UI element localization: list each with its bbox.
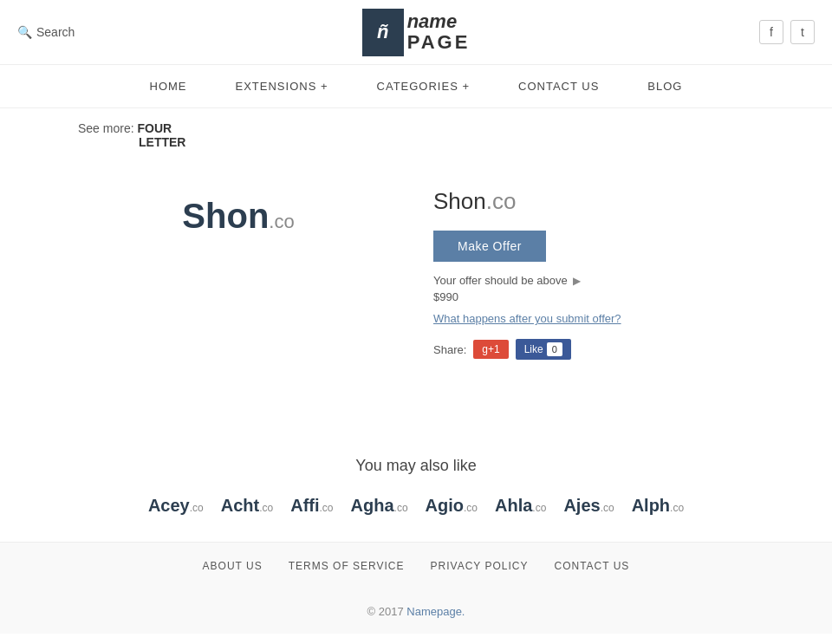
make-offer-button[interactable]: Make Offer — [433, 231, 546, 262]
share-row: Share: g+1 Like 0 — [433, 339, 754, 360]
domain-card[interactable]: Acht.co — [221, 496, 273, 516]
search-label: Search — [36, 25, 75, 39]
footer-privacy[interactable]: PRIVACY POLICY — [431, 560, 529, 572]
domain-card[interactable]: Ajes.co — [563, 496, 614, 516]
domain-card-name: Alph — [632, 496, 670, 515]
breadcrumb-link-letter[interactable]: LETTER — [78, 135, 185, 149]
footer-copyright: © 2017 Namepage. — [0, 589, 832, 634]
domain-card-name: Acey — [148, 496, 190, 515]
nav-home[interactable]: HOME — [126, 68, 211, 105]
logo-icon: ñ — [377, 21, 388, 43]
nav-contact[interactable]: CONTACT US — [494, 68, 623, 105]
domain-card-name: Agio — [426, 496, 464, 515]
main-content: Shon.co Shon.co Make Offer Your offer sh… — [0, 162, 832, 439]
brand-link[interactable]: Namepage. — [406, 605, 465, 618]
header: 🔍 Search ñ name PAGE f t — [0, 0, 832, 65]
search-button[interactable]: 🔍 Search — [17, 25, 75, 39]
nav-categories[interactable]: CATEGORIES + — [353, 68, 494, 105]
facebook-icon[interactable]: f — [759, 20, 783, 44]
navigation: HOME EXTENSIONS + CATEGORIES + CONTACT U… — [0, 65, 832, 108]
footer-about[interactable]: ABOUT US — [203, 560, 263, 572]
offer-hint-text: Your offer should be above — [433, 274, 568, 287]
also-like-title: You may also like — [35, 457, 797, 475]
domain-card[interactable]: Agio.co — [426, 496, 478, 516]
domain-card-name: Acht — [221, 496, 259, 515]
what-happens-link[interactable]: What happens after you submit offer? — [433, 312, 754, 325]
like-count: 0 — [547, 342, 562, 356]
footer-links: ABOUT US TERMS OF SERVICE PRIVACY POLICY… — [0, 542, 832, 589]
domain-card-name: Agha — [351, 496, 394, 515]
logo-page: PAGE — [407, 32, 471, 53]
offer-amount: $990 — [433, 290, 754, 303]
logo-text: name PAGE — [407, 11, 471, 53]
breadcrumb-prefix: See more: — [78, 121, 134, 135]
footer-terms[interactable]: TERMS OF SERVICE — [289, 560, 405, 572]
domain-title-tld: .co — [486, 188, 517, 214]
domain-card-tld: .co — [190, 502, 204, 514]
breadcrumb-link-four[interactable]: FOUR — [137, 121, 172, 135]
domain-card-tld: .co — [464, 502, 478, 514]
facebook-like-button[interactable]: Like 0 — [516, 339, 571, 360]
breadcrumb: See more: FOUR LETTER — [0, 108, 832, 162]
domain-card-name: Affi — [290, 496, 319, 515]
copyright-year: © 2017 — [367, 605, 404, 618]
domain-card[interactable]: Ahla.co — [495, 496, 546, 516]
share-label: Share: — [433, 343, 466, 356]
logo-name: name — [407, 11, 471, 32]
domain-logo-display: Shon.co — [182, 197, 294, 236]
domain-card[interactable]: Acey.co — [148, 496, 204, 516]
logo-icon-box: ñ — [362, 9, 404, 56]
domain-logo-area: Shon.co — [78, 179, 399, 422]
domain-logo-tld: .co — [269, 211, 294, 232]
domain-card-name: Ajes — [563, 496, 600, 515]
logo[interactable]: ñ name PAGE — [362, 9, 471, 56]
search-icon: 🔍 — [17, 25, 32, 39]
domain-info: Shon.co Make Offer Your offer should be … — [433, 179, 754, 422]
domain-title: Shon.co — [433, 188, 754, 215]
domain-list: Acey.coAcht.coAffi.coAgha.coAgio.coAhla.… — [35, 496, 797, 516]
nav-extensions[interactable]: EXTENSIONS + — [211, 68, 353, 105]
offer-hint: Your offer should be above ▶ — [433, 274, 754, 287]
domain-logo-name: Shon — [182, 197, 269, 235]
domain-card-tld: .co — [601, 502, 614, 514]
google-plus-button[interactable]: g+1 — [473, 340, 508, 359]
footer-contact[interactable]: CONTACT US — [554, 560, 629, 572]
domain-card[interactable]: Affi.co — [290, 496, 333, 516]
also-like-section: You may also like Acey.coAcht.coAffi.coA… — [0, 439, 832, 542]
domain-card-tld: .co — [532, 502, 546, 514]
nav-blog[interactable]: BLOG — [623, 68, 706, 105]
domain-card-tld: .co — [394, 502, 408, 514]
twitter-icon[interactable]: t — [790, 20, 815, 44]
domain-card-tld: .co — [320, 502, 334, 514]
domain-card[interactable]: Alph.co — [632, 496, 684, 516]
arrow-icon: ▶ — [573, 275, 581, 287]
domain-title-name: Shon — [433, 188, 486, 214]
social-links: f t — [759, 20, 815, 44]
fb-like-label: Like — [524, 343, 543, 355]
domain-card-tld: .co — [670, 502, 684, 514]
domain-card-tld: .co — [259, 502, 273, 514]
domain-card[interactable]: Agha.co — [351, 496, 408, 516]
domain-card-name: Ahla — [495, 496, 532, 515]
